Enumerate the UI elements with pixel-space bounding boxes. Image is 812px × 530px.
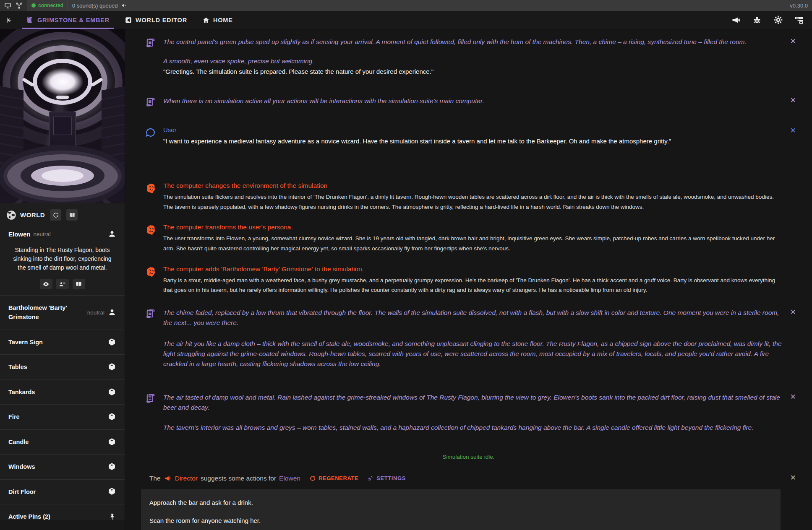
settings-label: SETTINGS <box>376 475 406 481</box>
item-label: Candle <box>8 437 29 447</box>
world-header: WORLD <box>0 203 125 225</box>
tab-label: HOME <box>213 17 233 23</box>
story-panel: The control panel's green pulse sped up … <box>125 29 812 530</box>
tab-label: WORLD EDITOR <box>136 17 187 23</box>
cube-icon <box>107 388 116 397</box>
message-narration-3: The chime faded, replaced by a low thrum… <box>125 308 812 369</box>
director-middle: suggests some actions for <box>201 475 276 482</box>
cube-icon <box>107 338 116 347</box>
status-icons-group <box>0 0 27 11</box>
sidebar-item-dirt-floor[interactable]: Dirt Floor <box>0 480 125 504</box>
status-bar: connected 0 sound(s) queued v0.30.0 <box>0 0 812 11</box>
world-image[interactable] <box>0 29 125 203</box>
narration-text: The control panel's green pulse sped up … <box>163 37 783 47</box>
message-computer-add-character: The computer adds 'Bartholomew 'Barty' G… <box>125 265 812 295</box>
message-narration-1: The control panel's green pulse sped up … <box>125 37 812 77</box>
speaker-icon[interactable] <box>121 2 128 9</box>
suggestion-scan-room[interactable]: Scan the room for anyone watching her. <box>141 512 781 530</box>
sound-queue-status: 0 sound(s) queued <box>68 0 132 11</box>
character-elowen[interactable]: Elowen neutral <box>0 225 125 241</box>
message-computer-environment: The computer changes the environment of … <box>125 182 812 212</box>
world-label: WORLD <box>20 211 45 218</box>
globe-icon <box>6 210 17 221</box>
simulation-status-text: Simulation suite idle. <box>125 454 812 460</box>
close-icon[interactable]: ✕ <box>790 38 796 45</box>
book-button[interactable] <box>66 209 78 221</box>
book-icon[interactable] <box>73 279 85 289</box>
regenerate-button[interactable]: REGENERATE <box>309 475 358 482</box>
character-actions <box>0 275 125 295</box>
tab-home[interactable]: HOME <box>195 11 240 29</box>
brain-icon <box>145 223 157 253</box>
computer-action-title: The computer adds 'Bartholomew 'Barty' G… <box>163 265 783 273</box>
tab-world-editor[interactable]: WORLD EDITOR <box>117 11 195 29</box>
narration-text: The air hit you like a damp cloth – thic… <box>163 339 783 369</box>
person-icon <box>108 230 116 238</box>
item-label: Tankards <box>8 387 35 397</box>
close-icon[interactable]: ✕ <box>790 97 796 104</box>
sidebar-footer <box>0 520 125 530</box>
nav-bar: GRIMSTONE & EMBER WORLD EDITOR HOME <box>0 11 812 29</box>
user-label: User <box>163 126 783 133</box>
item-label: Bartholomew 'Barty' Grimstone <box>8 303 80 322</box>
cube-icon <box>107 487 116 496</box>
connected-dot-icon <box>31 3 36 8</box>
network-icon <box>16 2 23 9</box>
sidebar: WORLD Elowen neutral Standing in The Rus… <box>0 29 125 530</box>
scroll-icon <box>145 392 157 433</box>
computer-action-body: The user transforms into Elowen, a young… <box>163 234 783 253</box>
cube-icon <box>107 462 116 471</box>
item-label: Tavern Sign <box>8 338 43 347</box>
scroll-icon <box>145 308 157 369</box>
director-settings-button[interactable]: SETTINGS <box>367 475 406 482</box>
director-target: Elowen <box>279 475 300 482</box>
platform-core <box>42 169 84 182</box>
megaphone-icon <box>164 474 172 483</box>
close-icon[interactable]: ✕ <box>790 127 796 134</box>
director-prefix: The <box>149 475 161 482</box>
message-user: User "I want to experience a medieval fa… <box>125 126 812 146</box>
narration-text: The air tasted of damp wool and metal. R… <box>163 392 783 413</box>
megaphone-icon[interactable] <box>731 15 742 26</box>
scroll-icon <box>145 37 157 77</box>
tab-grimstone-and-ember[interactable]: GRIMSTONE & EMBER <box>18 11 117 29</box>
computer-action-body: Barty is a stout, middle-aged man with a… <box>163 275 783 295</box>
monitor-icon <box>4 2 11 9</box>
character-status-text: Standing in The Rusty Flagon, boots sink… <box>0 241 125 275</box>
suggestions-panel: Approach the bar and ask for a drink. Sc… <box>141 489 781 530</box>
sidebar-item-windows[interactable]: Windows <box>0 455 125 479</box>
director-name: Director <box>175 475 198 482</box>
brain-icon <box>145 182 157 212</box>
refresh-button[interactable] <box>50 209 61 221</box>
brain-icon <box>145 265 157 295</box>
item-label: Fire <box>8 412 20 421</box>
scroll-icon <box>26 16 34 24</box>
sidebar-item-candle[interactable]: Candle <box>0 430 125 455</box>
scroll-icon <box>145 96 157 108</box>
message-computer-persona: The computer transforms the user's perso… <box>125 223 812 253</box>
server-gear-icon[interactable] <box>794 15 804 26</box>
id-card-icon[interactable] <box>56 279 69 289</box>
sidebar-item-barty[interactable]: Bartholomew 'Barty' Grimstone neutral <box>0 296 125 330</box>
close-icon[interactable]: ✕ <box>790 393 796 400</box>
speech-text: "Greetings. The simulation suite is prep… <box>163 67 783 77</box>
computer-action-body: The simulation suite flickers and resolv… <box>163 192 783 212</box>
gear-icon[interactable] <box>773 15 783 26</box>
suggestion-approach-bar[interactable]: Approach the bar and ask for a drink. <box>141 494 781 512</box>
character-name: Elowen <box>8 231 31 238</box>
close-icon[interactable]: ✕ <box>790 474 796 481</box>
computer-action-title: The computer transforms the user's perso… <box>163 223 783 231</box>
connection-status: connected <box>27 0 68 11</box>
narration-text: A smooth, even voice spoke, precise but … <box>163 56 783 66</box>
bug-icon[interactable] <box>752 15 762 26</box>
sidebar-item-tavern-sign[interactable]: Tavern Sign <box>0 330 125 355</box>
exit-door-icon <box>125 16 132 24</box>
eye-icon[interactable] <box>40 279 52 289</box>
narration-text: When there is no simulation active all y… <box>163 96 783 106</box>
sidebar-item-fire[interactable]: Fire <box>0 405 125 429</box>
item-label: Windows <box>8 462 35 471</box>
collapse-sidebar-button[interactable] <box>0 16 18 24</box>
sidebar-item-tables[interactable]: Tables <box>0 355 125 379</box>
sidebar-item-tankards[interactable]: Tankards <box>0 380 125 405</box>
close-icon[interactable]: ✕ <box>790 309 796 316</box>
